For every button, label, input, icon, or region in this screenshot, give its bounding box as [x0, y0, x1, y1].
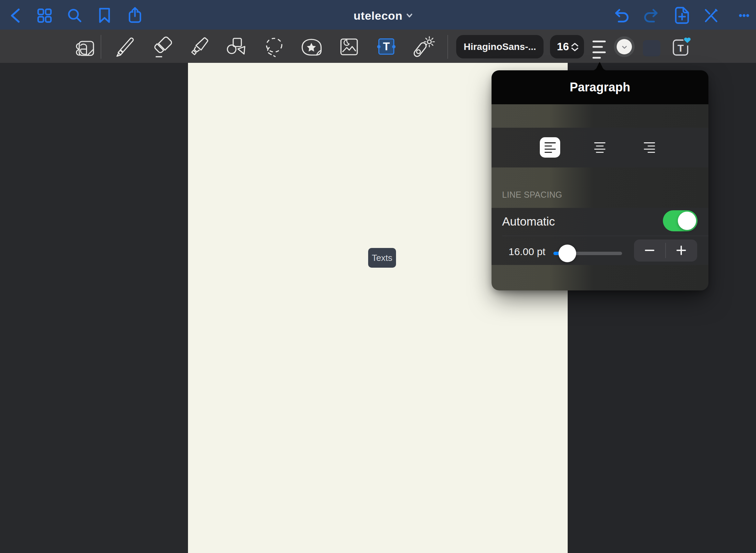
svg-text:T: T: [677, 42, 684, 54]
